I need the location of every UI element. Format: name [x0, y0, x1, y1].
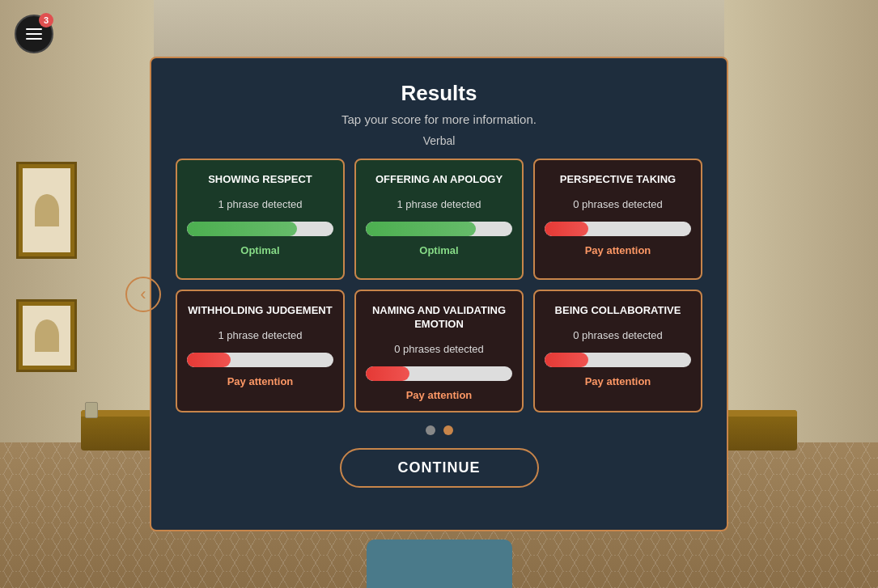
frame-inner-1 [23, 168, 70, 252]
card-showing-respect[interactable]: SHOWING RESPECT 1 phrase detected Optima… [176, 159, 345, 280]
progress-fill-withholding-judgement [187, 353, 231, 367]
card-title-being-collaborative: BEING COLLABORATIVE [555, 304, 681, 318]
results-modal: Results Tap your score for more informat… [150, 57, 728, 531]
card-detected-being-collaborative: 0 phrases detected [573, 329, 663, 341]
progress-fill-naming-validating [366, 366, 409, 381]
card-detected-offering-apology: 1 phrase detected [397, 198, 481, 210]
progress-fill-offering-apology [366, 222, 476, 236]
frame-inner-2 [23, 306, 70, 366]
progress-bar-withholding-judgement [187, 353, 333, 367]
card-title-showing-respect: SHOWING RESPECT [208, 173, 312, 187]
card-title-perspective-taking: PERSPECTIVE TAKING [560, 173, 677, 187]
progress-bar-naming-validating [366, 366, 512, 381]
card-status-offering-apology: Optimal [419, 244, 458, 256]
pagination-dots [426, 425, 453, 435]
card-status-naming-validating: Pay attention [406, 389, 473, 401]
progress-bar-perspective-taking [545, 222, 691, 236]
picture-frame-1 [16, 162, 77, 259]
back-button[interactable]: ‹ [125, 277, 161, 312]
progress-bar-showing-respect [187, 222, 333, 236]
modal-subtitle: Tap your score for more information. [341, 112, 537, 126]
hamburger-icon [26, 28, 42, 40]
card-detected-naming-validating: 0 phrases detected [394, 343, 484, 355]
card-status-withholding-judgement: Pay attention [227, 375, 294, 387]
menu-badge: 3 [39, 13, 53, 27]
section-label: Verbal [423, 134, 456, 147]
card-status-being-collaborative: Pay attention [585, 375, 651, 387]
wall-outlet [85, 402, 98, 418]
modal-title: Results [401, 81, 477, 106]
continue-button[interactable]: CONTINUE [340, 448, 539, 488]
progress-bar-being-collaborative [545, 353, 691, 367]
progress-fill-being-collaborative [545, 353, 588, 367]
picture-frame-2 [16, 299, 77, 372]
chair-seat [367, 539, 512, 588]
card-detected-showing-respect: 1 phrase detected [218, 198, 302, 210]
card-being-collaborative[interactable]: BEING COLLABORATIVE 0 phrases detected P… [533, 290, 702, 412]
card-withholding-judgement[interactable]: WITHHOLDING JUDGEMENT 1 phrase detected … [176, 290, 345, 412]
card-title-naming-validating: NAMING AND VALIDATING EMOTION [366, 304, 512, 332]
card-detected-withholding-judgement: 1 phrase detected [218, 329, 302, 341]
progress-fill-perspective-taking [545, 222, 588, 236]
menu-button[interactable]: 3 [15, 15, 53, 53]
pagination-dot-1[interactable] [443, 425, 453, 435]
pagination-dot-0[interactable] [426, 425, 435, 435]
card-detected-perspective-taking: 0 phrases detected [573, 198, 663, 210]
cards-grid: SHOWING RESPECT 1 phrase detected Optima… [176, 159, 702, 412]
card-naming-validating[interactable]: NAMING AND VALIDATING EMOTION 0 phrases … [354, 290, 524, 412]
card-title-withholding-judgement: WITHHOLDING JUDGEMENT [188, 304, 332, 318]
card-perspective-taking[interactable]: PERSPECTIVE TAKING 0 phrases detected Pa… [533, 159, 702, 280]
card-title-offering-apology: OFFERING AN APOLOGY [375, 173, 503, 187]
card-status-showing-respect: Optimal [240, 244, 279, 256]
card-offering-apology[interactable]: OFFERING AN APOLOGY 1 phrase detected Op… [354, 159, 524, 280]
card-status-perspective-taking: Pay attention [585, 244, 651, 256]
progress-bar-offering-apology [366, 222, 512, 236]
progress-fill-showing-respect [187, 222, 297, 236]
